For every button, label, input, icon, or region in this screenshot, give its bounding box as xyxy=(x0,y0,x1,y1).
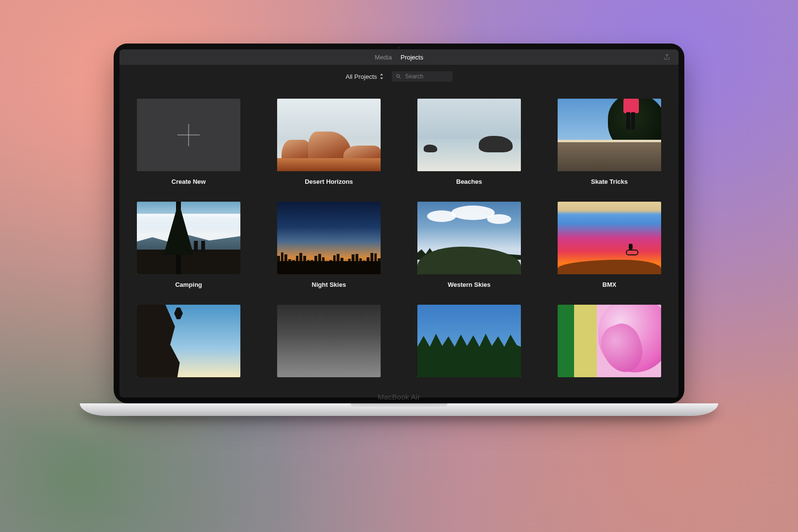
project-card[interactable]: Camping xyxy=(137,202,240,288)
search-field[interactable] xyxy=(392,71,453,82)
svg-point-0 xyxy=(397,74,399,77)
search-icon xyxy=(396,74,401,79)
project-thumb xyxy=(277,202,381,274)
project-thumb xyxy=(417,99,521,171)
updown-icon xyxy=(379,74,384,79)
project-thumb xyxy=(558,305,661,377)
svg-line-1 xyxy=(399,77,400,79)
project-title: Beaches xyxy=(417,178,521,185)
project-card[interactable] xyxy=(417,305,521,384)
screen-bezel: Media Projects All Projects xyxy=(114,44,684,403)
project-card[interactable]: Beaches xyxy=(417,99,521,185)
project-thumb xyxy=(277,99,381,171)
project-thumb xyxy=(558,99,661,171)
share-icon xyxy=(663,53,671,61)
laptop-base: MacBook Air xyxy=(80,403,718,416)
projects-filter-dropdown[interactable]: All Projects xyxy=(345,73,384,80)
project-title: Night Skies xyxy=(277,281,381,288)
tab-media[interactable]: Media xyxy=(375,54,392,61)
laptop-model-label: MacBook Air xyxy=(80,393,718,401)
tab-projects[interactable]: Projects xyxy=(400,54,423,61)
create-new-card[interactable]: Create New xyxy=(137,99,240,185)
view-tabs: Media Projects xyxy=(375,54,423,61)
project-title: Camping xyxy=(137,281,240,288)
projects-grid-container: Create New Desert Horizons Beaches Skate… xyxy=(119,88,679,398)
project-card[interactable] xyxy=(558,305,661,384)
dropdown-label: All Projects xyxy=(345,73,377,80)
project-thumb xyxy=(137,305,240,377)
create-new-thumb xyxy=(137,99,240,171)
project-card[interactable]: Desert Horizons xyxy=(277,99,381,185)
project-thumb xyxy=(417,305,521,377)
filter-bar: All Projects xyxy=(119,65,679,88)
project-title: BMX xyxy=(558,281,661,288)
search-input[interactable] xyxy=(404,73,449,80)
project-card[interactable]: Night Skies xyxy=(277,202,381,288)
project-title: Skate Tricks xyxy=(558,178,661,185)
project-card[interactable]: Western Skies xyxy=(417,202,521,288)
project-thumb xyxy=(558,202,661,274)
project-card[interactable]: Skate Tricks xyxy=(558,99,661,185)
project-thumb xyxy=(417,202,521,274)
project-card[interactable] xyxy=(137,305,240,384)
project-thumb xyxy=(137,202,240,274)
project-thumb xyxy=(277,305,381,377)
share-button[interactable] xyxy=(663,53,671,61)
project-title: Western Skies xyxy=(417,281,521,288)
app-window: Media Projects All Projects xyxy=(119,49,679,398)
project-card[interactable] xyxy=(277,305,381,384)
plus-icon xyxy=(176,122,202,148)
create-new-title: Create New xyxy=(137,178,240,185)
project-card[interactable]: BMX xyxy=(558,202,661,288)
project-title: Desert Horizons xyxy=(277,178,381,185)
app-toolbar: Media Projects xyxy=(119,49,679,65)
projects-grid: Create New Desert Horizons Beaches Skate… xyxy=(137,99,661,384)
laptop: Media Projects All Projects xyxy=(114,44,684,416)
